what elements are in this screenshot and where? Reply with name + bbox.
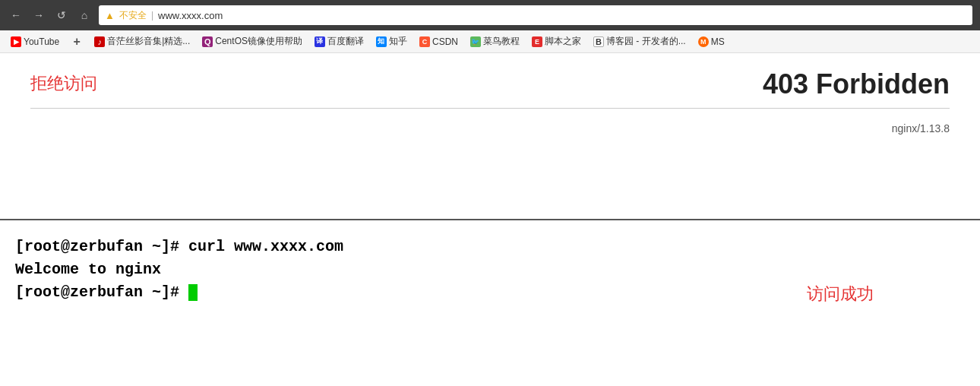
bookmark-jb-label: 脚本之家: [545, 35, 581, 48]
bookmark-baidu[interactable]: 译 百度翻译: [310, 33, 368, 49]
bookmark-zhihu-label: 知乎: [389, 35, 407, 48]
bookmark-add[interactable]: +: [67, 35, 87, 49]
bookmark-music-label: 音茫丝影音集|精选...: [107, 35, 190, 48]
rejected-label: 拒绝访问: [30, 68, 97, 95]
terminal-line-2: Welcome to nginx: [15, 258, 965, 281]
nav-bar: ← → ↺ ⌂ ▲ 不安全 | www.xxxx.com: [0, 0, 980, 30]
nginx-version: nginx/1.13.8: [30, 116, 950, 141]
page-content: 拒绝访问 403 Forbidden nginx/1.13.8: [0, 53, 980, 220]
reload-button[interactable]: ↺: [53, 7, 70, 24]
runoob-icon: 🐦: [470, 36, 481, 47]
url-display: www.xxxx.com: [158, 10, 223, 21]
terminal-line-1: [root@zerbufan ~]# curl www.xxxx.com: [15, 236, 965, 258]
not-secure-label: 不安全: [119, 9, 147, 22]
divider: [30, 108, 950, 109]
ms-icon: M: [698, 36, 709, 47]
add-bookmark-icon: +: [71, 36, 82, 47]
bookmark-zhihu[interactable]: 知 知乎: [371, 33, 412, 49]
blog-icon: B: [593, 36, 604, 47]
bookmark-runoob[interactable]: 🐦 菜鸟教程: [466, 33, 524, 49]
terminal-cursor: [188, 284, 198, 301]
music-icon: ♪: [94, 36, 105, 47]
bookmark-youtube[interactable]: ▶ YouTube: [6, 35, 64, 49]
home-button[interactable]: ⌂: [76, 7, 93, 24]
bookmarks-bar: ▶ YouTube + ♪ 音茫丝影音集|精选... Q CentOS镜像使用帮…: [0, 30, 980, 53]
centos-icon: Q: [202, 36, 213, 47]
browser-chrome: ← → ↺ ⌂ ▲ 不安全 | www.xxxx.com ▶ YouTube +…: [0, 0, 980, 53]
youtube-icon: ▶: [11, 36, 21, 47]
warning-icon: ▲: [105, 10, 115, 21]
csdn-icon: C: [419, 36, 430, 47]
bookmark-runoob-label: 菜鸟教程: [483, 35, 520, 48]
forbidden-title: 403 Forbidden: [763, 68, 950, 100]
jb-icon: E: [532, 36, 542, 47]
error-header: 拒绝访问 403 Forbidden: [30, 68, 950, 100]
back-button[interactable]: ←: [8, 7, 24, 24]
separator: |: [151, 10, 153, 21]
bookmark-blog-label: 博客园 - 开发者的...: [606, 35, 686, 48]
bookmark-blog[interactable]: B 博客园 - 开发者的...: [589, 33, 691, 49]
bookmark-ms-label: MS: [711, 36, 725, 47]
success-label: 访问成功: [807, 281, 874, 306]
terminal-section: [root@zerbufan ~]# curl www.xxxx.com Wel…: [0, 220, 980, 386]
bookmark-centos[interactable]: Q CentOS镜像使用帮助: [198, 33, 307, 49]
bookmark-centos-label: CentOS镜像使用帮助: [215, 35, 302, 48]
bookmark-baidu-label: 百度翻译: [327, 35, 364, 48]
bookmark-youtube-label: YouTube: [24, 36, 59, 47]
zhihu-icon: 知: [376, 36, 387, 47]
terminal-content: [root@zerbufan ~]# curl www.xxxx.com Wel…: [15, 236, 965, 304]
baidu-icon: 译: [315, 36, 325, 47]
bookmark-ms[interactable]: M MS: [694, 35, 729, 49]
forward-button[interactable]: →: [30, 7, 47, 24]
bookmark-jb[interactable]: E 脚本之家: [527, 33, 586, 49]
bookmark-csdn-label: CSDN: [432, 36, 458, 47]
address-bar[interactable]: ▲ 不安全 | www.xxxx.com: [99, 5, 972, 25]
bookmark-music[interactable]: ♪ 音茫丝影音集|精选...: [90, 33, 194, 49]
bookmark-csdn[interactable]: C CSDN: [415, 35, 463, 49]
